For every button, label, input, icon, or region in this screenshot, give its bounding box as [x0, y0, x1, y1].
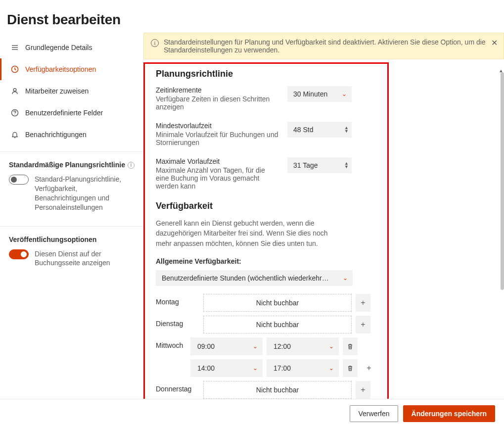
default-policy-title: Standardmäßige Planungsrichtlinie: [9, 161, 125, 169]
page-title: Dienst bearbeiten: [0, 0, 504, 33]
availability-mode-value: Benutzerdefinierte Stunden (wöchentlich …: [162, 274, 329, 282]
question-icon: [10, 108, 19, 117]
general-availability-label: Allgemeine Verfügbarkeit:: [156, 257, 376, 265]
time-to-dropdown[interactable]: 12:00⌄: [267, 337, 339, 355]
discard-button[interactable]: Verwerfen: [350, 405, 398, 422]
day-name: Montag: [156, 294, 199, 306]
banner-text: Standardeinstellungen für Planung und Ve…: [164, 38, 486, 54]
availability-day-grid: MontagNicht buchbar+DienstagNicht buchba…: [156, 294, 376, 415]
min-lead-stepper[interactable]: 48 Std ▲▼: [287, 122, 352, 138]
default-policy-toggle[interactable]: [9, 175, 29, 185]
clock-icon: [10, 65, 19, 74]
day-name: Mittwoch: [156, 337, 186, 349]
info-icon: i: [151, 39, 159, 47]
nav-item-notifications[interactable]: Benachrichtigungen: [0, 124, 143, 145]
add-slot-button[interactable]: +: [356, 294, 370, 312]
svg-point-4: [13, 89, 16, 92]
day-row: MontagNicht buchbar+: [156, 294, 376, 312]
publish-desc: Diesen Dienst auf der Buchungsseite anze…: [35, 249, 135, 268]
max-lead-label: Maximale Vorlaufzeit: [156, 157, 279, 165]
field-max-lead: Maximale Vorlaufzeit Maximale Anzahl von…: [156, 157, 376, 190]
nav-label: Verfügbarkeitsoptionen: [25, 65, 96, 73]
info-icon[interactable]: i: [128, 162, 135, 169]
day-name: Dienstag: [156, 316, 199, 328]
field-time-increments: Zeitinkremente Verfügbare Zeiten in dies…: [156, 86, 376, 111]
publish-toggle[interactable]: [9, 249, 29, 259]
default-policy-card: Standardmäßige Planungsrichtlinie i Stan…: [0, 151, 143, 220]
increment-dropdown[interactable]: 30 Minuten ⌄: [287, 86, 352, 102]
time-to-dropdown[interactable]: 17:00⌄: [267, 359, 339, 377]
add-slot-button[interactable]: +: [356, 316, 370, 333]
nav-list: Grundlegende Details Verfügbarkeitsoptio…: [0, 33, 143, 145]
max-lead-value: 31 Tage: [293, 161, 344, 169]
chevron-down-icon: ⌄: [342, 91, 347, 97]
min-lead-label: Mindestvorlaufzeit: [156, 122, 279, 130]
person-icon: [10, 87, 19, 95]
publish-options-card: Veröffentlichungsoptionen Diesen Dienst …: [0, 226, 143, 276]
nav-label: Mitarbeiter zuweisen: [25, 87, 89, 95]
time-from-dropdown[interactable]: 14:00⌄: [190, 359, 263, 377]
section-planning-title: Planungsrichtlinie: [156, 69, 376, 79]
time-from-dropdown[interactable]: 09:00⌄: [190, 337, 263, 355]
nav-label: Benachrichtigungen: [25, 131, 87, 139]
day-name: Donnerstag: [156, 381, 199, 393]
delete-slot-button[interactable]: [343, 337, 358, 355]
svg-point-6: [14, 114, 15, 115]
footer: Verwerfen Änderungen speichern: [0, 399, 504, 428]
scrollbar-thumb[interactable]: [501, 72, 504, 290]
add-slot-button[interactable]: +: [362, 359, 376, 377]
list-icon: [10, 43, 19, 52]
sidebar: Grundlegende Details Verfügbarkeitsoptio…: [0, 33, 143, 415]
add-slot-button[interactable]: +: [356, 381, 370, 399]
nav-item-basic-details[interactable]: Grundlegende Details: [0, 37, 143, 58]
day-row: DonnerstagNicht buchbar+: [156, 381, 376, 399]
not-bookable: Nicht buchbar: [203, 294, 352, 312]
availability-mode-dropdown[interactable]: Benutzerdefinierte Stunden (wöchentlich …: [156, 270, 353, 286]
nav-item-custom-fields[interactable]: Benutzerdefinierte Felder: [0, 102, 143, 124]
nav-label: Grundlegende Details: [25, 44, 92, 51]
increment-sub: Verfügbare Zeiten in diesen Schritten an…: [156, 95, 279, 111]
chevron-down-icon: ⌄: [343, 275, 348, 282]
default-policy-desc: Standard-Planungsrichtlinie, Verfügbarke…: [35, 175, 135, 212]
info-banner: i Standardeinstellungen für Planung und …: [143, 33, 504, 59]
field-min-lead: Mindestvorlaufzeit Minimale Vorlaufzeit …: [156, 122, 376, 146]
day-row: DienstagNicht buchbar+: [156, 316, 376, 333]
nav-label: Benutzerdefinierte Felder: [25, 109, 103, 117]
delete-slot-button[interactable]: [343, 359, 358, 377]
nav-item-availability-options[interactable]: Verfügbarkeitsoptionen: [0, 58, 143, 80]
not-bookable: Nicht buchbar: [203, 316, 352, 333]
main-panel: Planungsrichtlinie Zeitinkremente Verfüg…: [143, 62, 389, 415]
nav-item-assign-staff[interactable]: Mitarbeiter zuweisen: [0, 80, 143, 102]
increment-value: 30 Minuten: [293, 90, 327, 98]
publish-options-title: Veröffentlichungsoptionen: [9, 236, 96, 243]
stepper-down-icon[interactable]: ▼: [344, 130, 349, 133]
increment-label: Zeitinkremente: [156, 86, 279, 94]
section-availability-title: Verfügbarkeit: [156, 201, 376, 211]
bell-icon: [10, 130, 19, 139]
stepper-down-icon[interactable]: ▼: [344, 165, 349, 169]
min-lead-sub: Minimale Vorlaufzeit für Buchungen und S…: [156, 131, 279, 146]
availability-desc: Generell kann ein Dienst gebucht werden,…: [156, 218, 344, 248]
max-lead-stepper[interactable]: 31 Tage ▲▼: [287, 157, 352, 173]
close-icon[interactable]: ✕: [491, 38, 498, 48]
not-bookable: Nicht buchbar: [203, 381, 352, 399]
min-lead-value: 48 Std: [293, 126, 344, 134]
max-lead-sub: Maximale Anzahl von Tagen, für die eine …: [156, 166, 279, 190]
day-row: Mittwoch09:00⌄12:00⌄14:00⌄17:00⌄+: [156, 337, 376, 377]
save-button[interactable]: Änderungen speichern: [403, 405, 495, 422]
